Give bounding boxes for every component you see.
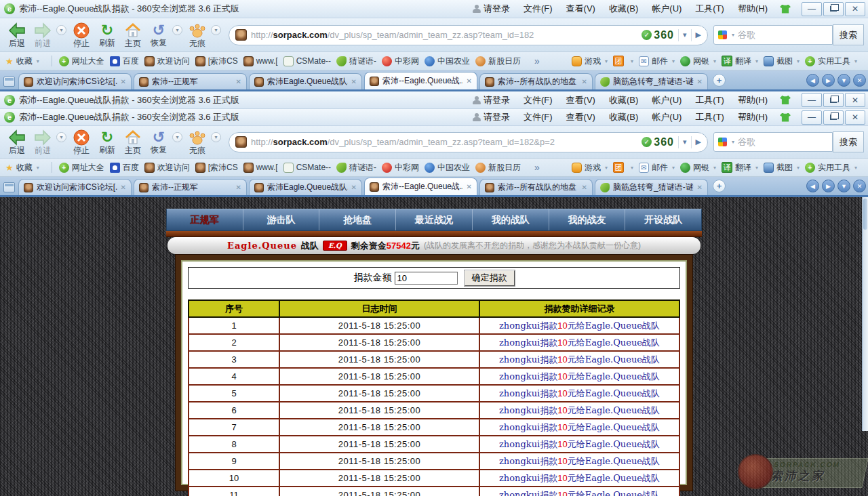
- back-button[interactable]: 后退: [4, 22, 30, 48]
- search-engine-icon[interactable]: [718, 30, 727, 39]
- browser-tab[interactable]: 脑筋急转弯_猜谜语-谜...✕: [595, 179, 708, 195]
- stop-button[interactable]: 停止: [68, 129, 94, 155]
- bookmark-item[interactable]: www.[: [243, 163, 278, 173]
- toolbar-tool[interactable]: 译翻译▾: [722, 162, 758, 173]
- menu-item[interactable]: 查看(V): [566, 111, 595, 123]
- 360-safety-badge[interactable]: ✓360: [642, 29, 674, 41]
- tab-close-icon[interactable]: ✕: [582, 78, 587, 85]
- skin-shirt-icon[interactable]: [780, 5, 791, 14]
- search-engine-icon[interactable]: [718, 138, 727, 146]
- search-box[interactable]: ▾: [713, 132, 833, 152]
- search-box[interactable]: ▾: [713, 25, 833, 45]
- stop-button[interactable]: 停止: [68, 22, 94, 48]
- minimize-button[interactable]: —: [802, 2, 822, 16]
- tab-close-all-button[interactable]: ✕: [853, 180, 866, 192]
- bookmark-item[interactable]: [索沛CS: [195, 162, 238, 173]
- address-dropdown-icon[interactable]: ▾: [683, 138, 687, 146]
- nav-item[interactable]: 我的战队: [472, 209, 549, 230]
- bookmark-item[interactable]: 猜谜语-: [336, 56, 376, 67]
- toolbar-tool[interactable]: 邮件▾: [639, 56, 675, 67]
- bookmark-item[interactable]: 百度: [110, 162, 139, 173]
- window-icon[interactable]: [3, 182, 15, 192]
- browser-tab[interactable]: 索沛--所有战队的地盘✕: [479, 73, 593, 89]
- tab-scroll-right-button[interactable]: ▶: [822, 180, 835, 192]
- address-bar[interactable]: http://sorpack.com/dv_plus/sp_team/admin…: [229, 25, 708, 45]
- bookmark-item[interactable]: CSMate--: [283, 56, 331, 66]
- nav-item[interactable]: 游击队: [243, 209, 319, 230]
- menu-item[interactable]: 帐户(U): [652, 94, 682, 106]
- forward-button[interactable]: 前进: [30, 22, 56, 48]
- favorites-button[interactable]: ★收藏▾: [5, 162, 39, 173]
- bookmark-item[interactable]: 百度: [110, 56, 139, 67]
- toolbar-tool[interactable]: 游戏▾: [572, 162, 608, 173]
- forward-button[interactable]: 前进: [30, 129, 56, 155]
- engine-dropdown-icon[interactable]: ▾: [732, 139, 734, 145]
- browser-tab[interactable]: 脑筋急转弯_猜谜语-谜...✕: [595, 73, 708, 89]
- browser-tab[interactable]: 索沛--正规军✕: [134, 179, 247, 195]
- new-tab-button[interactable]: +: [713, 74, 726, 87]
- tab-close-icon[interactable]: ✕: [351, 184, 357, 191]
- skin-shirt-icon[interactable]: [780, 113, 791, 122]
- restore-button[interactable]: [823, 110, 844, 125]
- toolbar-tool[interactable]: 截图▾: [764, 162, 800, 173]
- menu-item[interactable]: 工具(T): [695, 3, 724, 15]
- close-button[interactable]: ✕: [845, 93, 865, 107]
- favorites-button[interactable]: ★收藏▾: [5, 56, 39, 67]
- browser-tab[interactable]: 欢迎访问索沛CS论坛[...✕: [18, 179, 132, 195]
- bookmark-item[interactable]: [索沛CS: [195, 56, 238, 67]
- tab-close-icon[interactable]: ✕: [582, 184, 587, 191]
- bookmark-item[interactable]: 新股日历: [475, 56, 521, 67]
- session-restore-button[interactable]: ↺ 恢复: [146, 23, 172, 47]
- nav-item[interactable]: 抢地盘: [319, 209, 395, 230]
- browser-tab[interactable]: 索沛--Eagle.Queue战...✕: [364, 178, 477, 195]
- menu-item[interactable]: 文件(F): [524, 94, 553, 106]
- menu-item[interactable]: 帐户(U): [652, 111, 682, 123]
- confirm-donation-button[interactable]: 确定捐款: [465, 270, 515, 286]
- back-button[interactable]: 后退: [4, 129, 30, 155]
- tab-scroll-left-button[interactable]: ◀: [806, 180, 819, 192]
- nav-item[interactable]: 正规军: [167, 209, 243, 230]
- bookmark-item[interactable]: CSMate--: [283, 163, 331, 173]
- 360-safety-badge[interactable]: ✓360: [642, 136, 674, 148]
- toolbar-tool[interactable]: 游戏▾: [572, 56, 608, 67]
- bookmarks-overflow-icon[interactable]: »: [534, 162, 540, 173]
- browser-tab[interactable]: 索沛--所有战队的地盘✕: [479, 179, 593, 195]
- tab-close-all-button[interactable]: ✕: [853, 74, 866, 87]
- menu-item[interactable]: 帮助(H): [738, 111, 768, 123]
- incognito-button[interactable]: 无痕: [184, 129, 210, 155]
- history-dropdown-icon[interactable]: ▾: [56, 132, 66, 142]
- toolbar-tool[interactable]: 团▾: [613, 162, 633, 173]
- bookmark-item[interactable]: 网址大全: [59, 162, 104, 173]
- incognito-button[interactable]: 无痕: [184, 22, 210, 48]
- history-dropdown-icon[interactable]: ▾: [56, 25, 66, 35]
- bookmark-item[interactable]: 欢迎访问: [144, 162, 190, 173]
- tab-list-button[interactable]: ▼: [837, 74, 850, 87]
- close-button[interactable]: ✕: [845, 2, 865, 16]
- login-link[interactable]: 请登录: [473, 111, 510, 123]
- search-input[interactable]: [738, 137, 828, 147]
- tab-close-icon[interactable]: ✕: [697, 184, 703, 191]
- tab-scroll-right-button[interactable]: ▶: [822, 74, 835, 87]
- toolbar-tool[interactable]: 截图▾: [764, 56, 800, 67]
- bookmark-item[interactable]: 网址大全: [59, 56, 104, 67]
- browser-tab[interactable]: 索沛Eagle.Queue战队...✕: [249, 73, 362, 89]
- window-icon[interactable]: [3, 77, 15, 87]
- tab-close-icon[interactable]: ✕: [467, 77, 472, 85]
- home-button[interactable]: 主页: [120, 129, 146, 155]
- new-tab-button[interactable]: +: [713, 180, 726, 192]
- tab-close-icon[interactable]: ✕: [351, 78, 357, 85]
- browser-tab[interactable]: 索沛Eagle.Queue战队...✕: [249, 179, 362, 195]
- bookmark-item[interactable]: 新股日历: [475, 162, 521, 173]
- toolbar-tool[interactable]: 译翻译▾: [722, 56, 758, 67]
- tab-close-icon[interactable]: ✕: [236, 184, 241, 191]
- refresh-button[interactable]: ↻ 刷新: [94, 130, 120, 154]
- bookmark-item[interactable]: 猜谜语-: [336, 162, 376, 173]
- bookmark-item[interactable]: 中国农业: [425, 56, 470, 67]
- minimize-button[interactable]: —: [802, 110, 822, 125]
- menu-item[interactable]: 查看(V): [566, 3, 595, 15]
- menu-item[interactable]: 帐户(U): [652, 3, 682, 15]
- menu-item[interactable]: 收藏(B): [609, 111, 638, 123]
- address-dropdown-icon[interactable]: ▾: [683, 30, 687, 39]
- tab-close-icon[interactable]: ✕: [467, 183, 472, 190]
- restore-button[interactable]: [823, 93, 844, 107]
